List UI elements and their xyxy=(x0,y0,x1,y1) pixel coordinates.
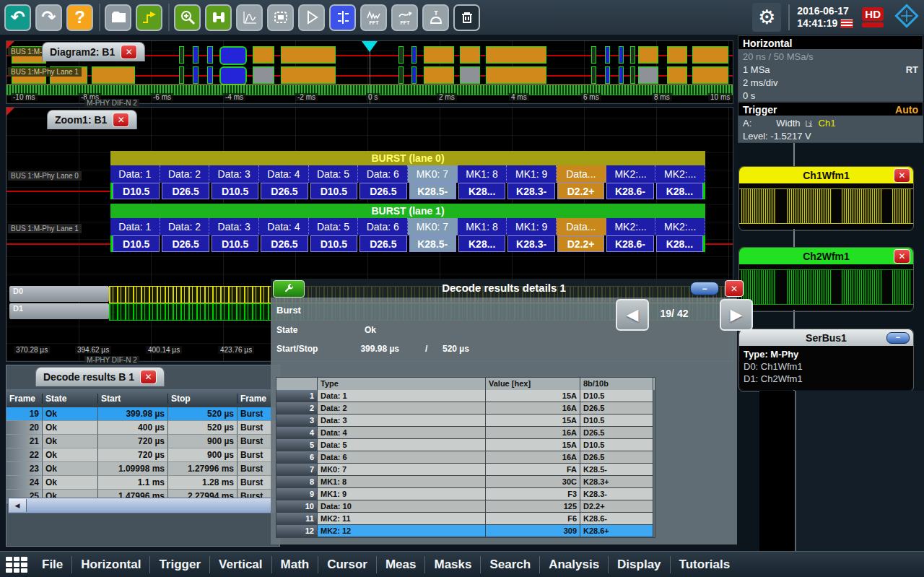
horizontal-scrollbar[interactable]: ◀ xyxy=(8,498,280,513)
bus-frame-block[interactable] xyxy=(411,66,417,84)
dialog-titlebar[interactable]: Decode results details 1 xyxy=(271,279,737,298)
bus-frame-block[interactable] xyxy=(424,46,454,64)
help-icon[interactable]: ? xyxy=(66,4,93,31)
bus-frame-block[interactable] xyxy=(460,66,480,84)
horizontal-settings-body[interactable]: 20 ns / 50 MSa/s 1 MSa RT 2 ms/div 0 s xyxy=(738,49,923,102)
tab-zoom1-b1[interactable]: Zoom1: B1 ✕ xyxy=(47,110,137,129)
mask-icon[interactable] xyxy=(267,4,294,31)
ch2wfm1-header[interactable]: Ch2Wfm1 ✕ xyxy=(739,248,913,264)
burst-cell-type[interactable]: MK1: 9 xyxy=(507,165,557,183)
bus-frame-block[interactable] xyxy=(619,46,624,64)
burst-cell-value[interactable]: D10.5 xyxy=(310,183,357,199)
burst-cell-value[interactable]: D2.2+ xyxy=(557,183,604,199)
table-row[interactable]: 2Data: 216AD26.5 xyxy=(276,402,655,415)
burst-cell-type[interactable]: Data: 3 xyxy=(209,165,259,183)
bus-frame-block[interactable] xyxy=(398,46,404,64)
table-row[interactable]: 11MK2: 11F6K28.6- xyxy=(276,513,655,525)
burst-cell-type[interactable]: Data: 4 xyxy=(259,165,309,183)
minimize-icon[interactable]: − xyxy=(690,282,719,295)
bus-frame-block[interactable] xyxy=(638,46,658,64)
burst-cell-type[interactable]: Data... xyxy=(557,218,606,235)
zoom-icon[interactable] xyxy=(174,4,201,31)
bus-frame-block[interactable] xyxy=(692,66,728,84)
burst-cell-value[interactable]: D10.5 xyxy=(113,235,160,252)
menu-item-tutorials[interactable]: Tutorials xyxy=(671,556,739,573)
burst-cell-value[interactable]: D26.5 xyxy=(359,183,406,199)
trigger-position-marker[interactable] xyxy=(362,41,378,52)
bus-frame-block[interactable] xyxy=(591,46,596,64)
decode-results-panel[interactable]: Decode results B 1 ✕ FrameStateStartStop… xyxy=(6,365,280,547)
close-icon[interactable]: ✕ xyxy=(725,280,744,297)
decode-results-table[interactable]: FrameStateStartStopFrame 19Ok399.98 µs52… xyxy=(6,389,280,503)
bus-frame-block[interactable] xyxy=(424,66,454,84)
bus-frame-block[interactable] xyxy=(630,46,635,64)
menu-item-search[interactable]: Search xyxy=(481,556,540,573)
diagram2-panel[interactable]: Diagram2: B1 ✕ BUS 1:M- BUS 1:M-Phy Lane… xyxy=(6,40,733,104)
burst-cell-type[interactable]: MK0: 7 xyxy=(408,218,458,235)
burst-cell-value[interactable]: K28.6- xyxy=(606,183,653,199)
column-header[interactable]: 8b/10b xyxy=(580,378,653,390)
menu-item-file[interactable]: File xyxy=(33,556,72,573)
ch2wfm1-panel[interactable]: Ch2Wfm1 ✕ xyxy=(738,247,914,312)
decode-details-dialog[interactable]: Decode results details 1 − ✕ Burst ◀ 19/… xyxy=(271,279,737,545)
menu-grid-icon[interactable] xyxy=(6,557,27,573)
burst-cell-value[interactable]: K28.5- xyxy=(409,235,456,252)
bus-frame-block[interactable] xyxy=(486,66,546,84)
burst-cell-value[interactable]: K28... xyxy=(458,183,505,199)
column-header[interactable]: Value [hex] xyxy=(486,378,580,390)
table-row[interactable]: 20Ok400 µs520 µsBurst xyxy=(6,421,280,435)
bus-frame-block[interactable] xyxy=(398,66,404,84)
table-row[interactable]: 19Ok399.98 µs520 µsBurst xyxy=(6,407,280,421)
table-row[interactable]: 3Data: 315AD10.5 xyxy=(276,415,655,427)
table-row[interactable]: 10Data: 10125D2.2+ xyxy=(276,500,655,513)
bus-frame-block[interactable] xyxy=(667,46,687,64)
annotation-icon[interactable] xyxy=(136,4,162,31)
bus-frame-block[interactable] xyxy=(207,66,213,84)
close-icon[interactable]: ✕ xyxy=(113,113,129,127)
table-row[interactable]: 12MK2: 12309K28.6+ xyxy=(276,525,655,537)
burst-cell-type[interactable]: MK2:... xyxy=(655,165,705,183)
cursor-icon[interactable] xyxy=(329,4,356,31)
bus-frame-block[interactable] xyxy=(253,46,274,64)
bus-frame-block[interactable] xyxy=(605,46,610,64)
column-header[interactable] xyxy=(276,378,318,390)
burst-cell-type[interactable]: Data: 4 xyxy=(259,218,309,235)
bus-frame-block[interactable] xyxy=(692,46,728,64)
bus-frame-block[interactable] xyxy=(630,66,635,84)
burst-cell-value[interactable]: D26.5 xyxy=(359,235,406,252)
bus-frame-block[interactable] xyxy=(638,66,658,84)
burst-cell-type[interactable]: Data: 5 xyxy=(309,218,359,235)
burst-cell-type[interactable]: Data: 6 xyxy=(358,165,408,183)
bus-frame-block[interactable] xyxy=(667,66,687,84)
wrench-settings-icon[interactable] xyxy=(273,280,305,298)
ch1wfm1-panel[interactable]: Ch1Wfm1 ✕ xyxy=(738,166,914,231)
table-row[interactable]: 23Ok1.09998 ms1.27996 msBurst xyxy=(6,462,280,476)
undo-icon[interactable]: ↶ xyxy=(4,4,31,31)
column-header[interactable]: Stop xyxy=(168,394,237,404)
table-row[interactable]: 9MK1: 9F3K28.3- xyxy=(276,488,655,500)
burst-cell-value[interactable]: D26.5 xyxy=(162,235,209,252)
column-header[interactable]: Start xyxy=(98,394,168,404)
burst-cell-value[interactable]: K28... xyxy=(656,235,703,252)
next-result-icon[interactable]: ▶ xyxy=(720,299,753,331)
fft-arrow-icon[interactable]: FFT xyxy=(391,4,418,31)
minimize-icon[interactable]: − xyxy=(886,332,910,344)
menu-item-analysis[interactable]: Analysis xyxy=(540,556,609,573)
settings-gear-icon[interactable]: ⚙ xyxy=(752,3,781,32)
bus-frame-block[interactable] xyxy=(219,46,247,65)
redo-icon[interactable]: ↷ xyxy=(35,4,62,31)
bus-frame-block[interactable] xyxy=(411,46,417,64)
delete-icon[interactable] xyxy=(453,4,480,31)
burst-cell-value[interactable]: D26.5 xyxy=(261,183,308,199)
burst-cell-type[interactable]: MK2:... xyxy=(606,165,656,183)
burst-cell-value[interactable]: K28.3- xyxy=(507,183,554,199)
burst-cell-value[interactable]: K28.3- xyxy=(507,235,554,252)
menu-item-horizontal[interactable]: Horizontal xyxy=(72,556,150,573)
burst-cell-value[interactable]: D26.5 xyxy=(261,235,308,252)
burst-cell-value[interactable]: K28... xyxy=(656,183,703,199)
reference-icon[interactable] xyxy=(298,4,325,31)
menu-item-meas[interactable]: Meas xyxy=(377,556,426,573)
scroll-left-icon[interactable]: ◀ xyxy=(9,499,27,512)
bus-frame-block[interactable] xyxy=(281,46,336,64)
table-row[interactable]: 5Data: 515AD10.5 xyxy=(276,439,655,451)
